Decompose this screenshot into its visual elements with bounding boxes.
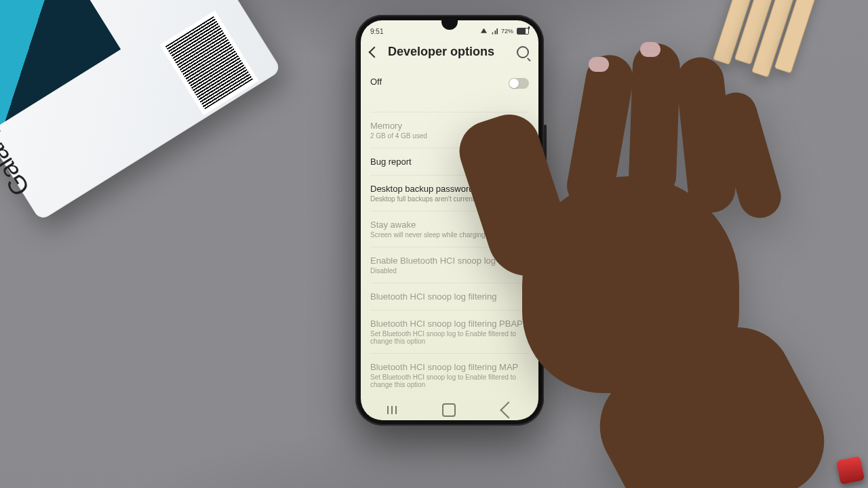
page-title: Developer options <box>388 45 507 59</box>
battery-text: 72% <box>501 28 513 35</box>
recents-icon[interactable] <box>384 405 395 415</box>
watermark-badge <box>836 456 865 485</box>
wifi-icon <box>481 28 487 35</box>
status-time: 9:51 <box>370 28 383 35</box>
signal-icon <box>490 28 498 35</box>
hand <box>475 61 787 481</box>
search-icon[interactable] <box>517 46 529 58</box>
home-icon[interactable] <box>442 403 456 417</box>
battery-icon <box>517 28 529 35</box>
back-icon[interactable] <box>369 46 380 58</box>
